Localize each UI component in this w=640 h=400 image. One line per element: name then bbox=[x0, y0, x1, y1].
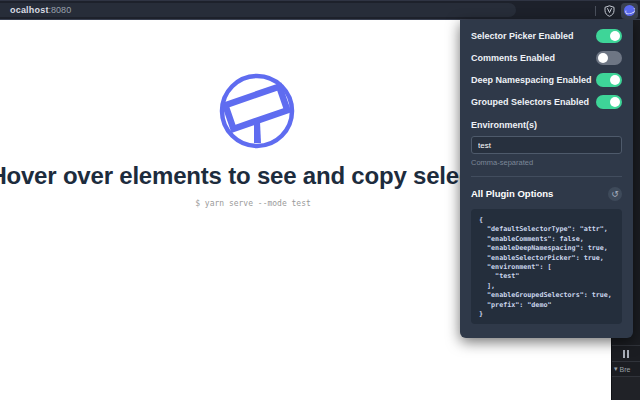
address-port: :8080 bbox=[49, 5, 72, 15]
devtools-section bbox=[612, 377, 640, 400]
browser-window: ocalhost:8080 ▾ Bre bbox=[0, 0, 640, 400]
address-bar[interactable]: ocalhost:8080 bbox=[0, 3, 516, 17]
devtools-debugger-controls: ▾ Bre bbox=[612, 345, 640, 400]
caret-down-icon: ▾ bbox=[614, 365, 618, 373]
selector-extension-icon[interactable] bbox=[621, 3, 638, 19]
toggle-label: Grouped Selectors Enabled bbox=[471, 97, 589, 107]
environment-label: Environment(s) bbox=[471, 120, 622, 130]
toolbar-extensions-area bbox=[595, 1, 638, 20]
reset-icon: ↺ bbox=[611, 189, 619, 199]
selector-picker-toggle[interactable] bbox=[596, 29, 622, 43]
toggle-row-deep-namespacing: Deep Namespacing Enabled bbox=[471, 69, 622, 91]
toolbar-separator bbox=[595, 6, 596, 16]
toggle-row-grouped-selectors: Grouped Selectors Enabled bbox=[471, 91, 622, 113]
reset-options-button[interactable]: ↺ bbox=[608, 187, 622, 201]
environment-hint: Comma-separated bbox=[471, 158, 622, 167]
breakpoints-label: Bre bbox=[620, 366, 631, 373]
pause-button[interactable] bbox=[612, 346, 640, 361]
comments-toggle[interactable] bbox=[596, 51, 622, 65]
toggle-row-comments: Comments Enabled bbox=[471, 47, 622, 69]
app-logo-icon bbox=[218, 72, 296, 150]
toggle-label: Comments Enabled bbox=[471, 53, 555, 63]
extension-logo-icon bbox=[624, 5, 635, 16]
breakpoints-section-header[interactable]: ▾ Bre bbox=[612, 362, 640, 376]
divider bbox=[471, 176, 622, 177]
browser-toolbar: ocalhost:8080 bbox=[0, 0, 640, 20]
plugin-options-title: All Plugin Options bbox=[471, 188, 553, 199]
shield-extension-icon[interactable] bbox=[602, 3, 617, 18]
environment-input[interactable] bbox=[471, 136, 622, 154]
grouped-selectors-toggle[interactable] bbox=[596, 95, 622, 109]
extension-popup: Selector Picker Enabled Comments Enabled… bbox=[460, 20, 633, 338]
page-heading: Hover over elements to see and copy sele… bbox=[0, 162, 517, 190]
serve-command-text: $ yarn serve --mode test bbox=[195, 199, 311, 208]
shield-icon bbox=[604, 5, 615, 17]
address-host: ocalhost bbox=[10, 5, 49, 15]
toggle-label: Deep Namespacing Enabled bbox=[471, 75, 592, 85]
deep-namespacing-toggle[interactable] bbox=[596, 73, 622, 87]
plugin-options-header: All Plugin Options ↺ bbox=[471, 186, 622, 201]
toggle-row-selector-picker: Selector Picker Enabled bbox=[471, 25, 622, 47]
plugin-options-json: { "defaultSelectorType": "attr", "enable… bbox=[471, 209, 622, 324]
toggle-label: Selector Picker Enabled bbox=[471, 31, 574, 41]
